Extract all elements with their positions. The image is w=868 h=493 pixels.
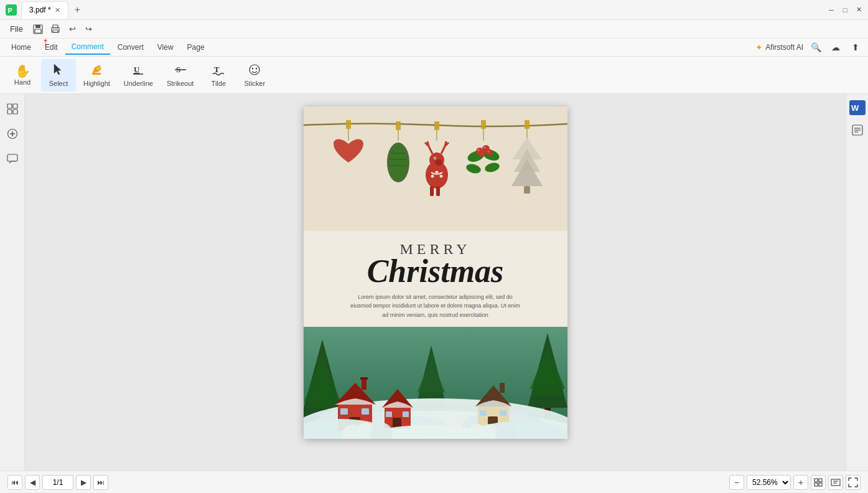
svg-point-41 <box>435 159 442 166</box>
svg-point-57 <box>487 149 493 156</box>
menu-convert[interactable]: Convert <box>111 40 150 54</box>
card-bottom <box>304 327 567 439</box>
svg-point-34 <box>391 145 406 180</box>
menu-comment[interactable]: Comment <box>65 40 110 55</box>
minimize-btn[interactable]: ─ <box>827 6 836 14</box>
svg-rect-4 <box>35 29 41 33</box>
svg-rect-17 <box>7 104 12 108</box>
svg-rect-20 <box>13 110 17 114</box>
ai-btn[interactable]: ✦ Afirstsoft AI <box>755 42 803 52</box>
fit-width-btn[interactable] <box>828 475 843 490</box>
next-page-btn[interactable]: ▶ <box>76 475 91 490</box>
hand-label: Hand <box>14 78 30 86</box>
zoom-select[interactable]: 52.56% 25% 50% 75% 100% 125% 150% <box>747 475 791 490</box>
page-number-input[interactable] <box>42 475 73 490</box>
save-btn[interactable] <box>30 22 45 37</box>
card-top <box>304 106 567 231</box>
menu-toolbar: File ↩ ↪ ↑ Home Edit Comment Convert Vie <box>0 20 868 57</box>
svg-rect-121 <box>814 479 818 482</box>
svg-rect-122 <box>819 479 822 482</box>
tilde-tool-btn[interactable]: T Tilde <box>201 59 236 92</box>
svg-rect-29 <box>481 120 486 129</box>
red-arrow-annotation: ↑ <box>42 35 49 49</box>
edit-panel-icon[interactable] <box>849 121 866 139</box>
svg-text:T: T <box>214 65 220 74</box>
undo-redo-group: ↩ ↪ <box>65 22 96 37</box>
svg-point-16 <box>256 68 257 69</box>
svg-rect-95 <box>386 411 392 417</box>
menu-view[interactable]: View <box>151 40 180 54</box>
sticker-tool-btn[interactable]: Sticker <box>237 59 272 92</box>
svg-point-47 <box>431 175 434 178</box>
strikeout-label: Strikeout <box>167 80 194 87</box>
redo-btn[interactable]: ↪ <box>82 22 96 37</box>
share-icon[interactable]: ⬆ <box>848 40 863 55</box>
christmas-text: Christmas <box>319 255 553 288</box>
svg-rect-27 <box>396 121 401 130</box>
tab-close-btn[interactable]: ✕ <box>55 6 60 14</box>
svg-point-58 <box>479 151 485 157</box>
pdf-page: MERRY Christmas Lorem ipsum dolor sit am… <box>304 106 567 439</box>
zoom-out-btn[interactable]: − <box>729 475 744 490</box>
search-icon[interactable]: 🔍 <box>808 40 823 55</box>
svg-point-59 <box>477 149 480 151</box>
svg-rect-26 <box>346 120 351 129</box>
highlight-tool-btn[interactable]: Highlight <box>77 59 116 92</box>
tab-bar: 3.pdf * ✕ + <box>21 1 85 19</box>
svg-point-48 <box>435 171 438 174</box>
title-bar-left: P 3.pdf * ✕ + <box>5 1 85 19</box>
sidebar-add-icon[interactable] <box>2 124 22 144</box>
left-sidebar <box>0 94 25 471</box>
active-tab[interactable]: 3.pdf * ✕ <box>21 1 68 19</box>
highlight-icon <box>90 63 103 78</box>
svg-point-49 <box>439 175 442 178</box>
svg-text:W: W <box>851 103 859 113</box>
svg-rect-8 <box>92 73 101 75</box>
svg-rect-3 <box>35 25 40 28</box>
underline-tool-btn[interactable]: U Underline <box>118 59 159 92</box>
quick-access-bar: File ↩ ↪ ↑ <box>0 20 868 39</box>
undo-btn[interactable]: ↩ <box>65 22 80 37</box>
fullscreen-btn[interactable] <box>846 475 861 490</box>
select-icon <box>52 63 65 78</box>
app-icon: P <box>5 4 17 16</box>
word-icon[interactable]: W <box>849 99 866 116</box>
ai-star-icon: ✦ <box>755 42 763 52</box>
hand-tool-btn[interactable]: ✋ Hand <box>5 59 40 92</box>
main-layout: MERRY Christmas Lorem ipsum dolor sit am… <box>0 94 868 471</box>
document-area[interactable]: MERRY Christmas Lorem ipsum dolor sit am… <box>25 94 846 471</box>
sidebar-comment-icon[interactable] <box>2 149 22 169</box>
svg-rect-66 <box>524 186 530 194</box>
maximize-btn[interactable]: □ <box>841 6 849 14</box>
svg-rect-102 <box>500 410 506 416</box>
select-tool-btn[interactable]: Select <box>41 59 76 92</box>
close-window-btn[interactable]: ✕ <box>854 6 863 14</box>
file-menu-btn[interactable]: File <box>5 22 28 36</box>
svg-rect-101 <box>480 410 487 416</box>
menu-page[interactable]: Page <box>181 40 211 54</box>
sidebar-thumbnail-icon[interactable] <box>2 99 22 119</box>
strikeout-tool-btn[interactable]: S Strikeout <box>161 59 200 92</box>
fit-page-btn[interactable] <box>811 475 826 490</box>
first-page-btn[interactable]: ⏮ <box>7 475 22 490</box>
title-bar-right: ─ □ ✕ <box>827 6 863 14</box>
svg-rect-24 <box>7 154 17 161</box>
svg-rect-7 <box>53 30 58 32</box>
svg-rect-90 <box>362 378 366 390</box>
last-page-btn[interactable]: ⏭ <box>93 475 108 490</box>
status-bar: ⏮ ◀ ▶ ⏭ − 52.56% 25% 50% 75% 100% 125% 1… <box>0 471 868 493</box>
print-btn[interactable] <box>48 22 63 37</box>
sticker-icon <box>248 63 261 78</box>
select-label: Select <box>49 80 68 87</box>
svg-rect-88 <box>340 408 348 415</box>
svg-rect-30 <box>525 120 530 129</box>
svg-rect-18 <box>13 104 17 108</box>
zoom-in-btn[interactable]: + <box>793 475 808 490</box>
svg-point-15 <box>252 68 253 69</box>
prev-page-btn[interactable]: ◀ <box>25 475 40 490</box>
svg-rect-91 <box>360 377 368 380</box>
add-tab-btn[interactable]: + <box>70 2 85 18</box>
svg-rect-28 <box>434 121 439 130</box>
menu-home[interactable]: Home <box>5 40 37 54</box>
cloud-icon[interactable]: ☁ <box>828 40 843 55</box>
